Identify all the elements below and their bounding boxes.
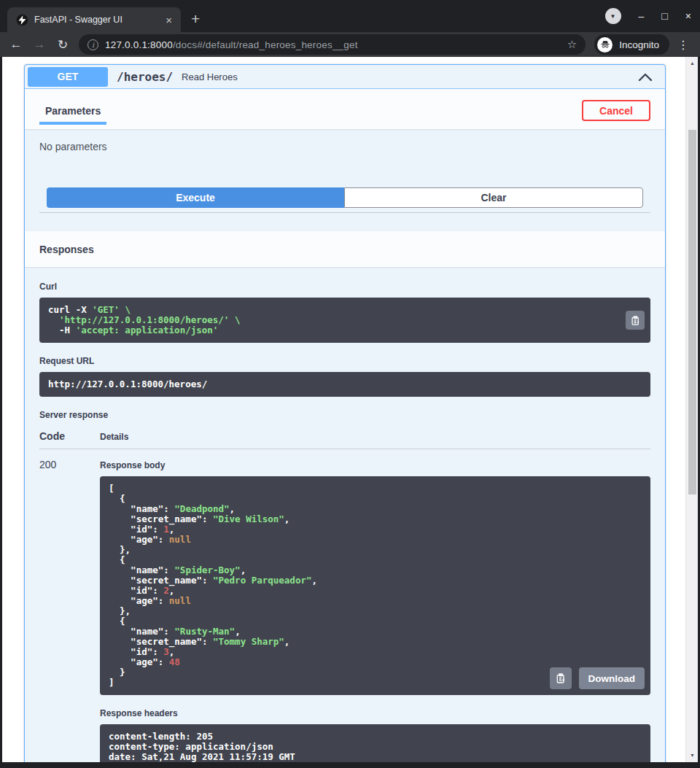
curl-code: curl -X 'GET' \ 'http://127.0.0.1:8000/h… [48, 305, 642, 335]
request-url-label: Request URL [39, 356, 650, 366]
scrollbar[interactable]: ▲ ▼ [685, 57, 698, 762]
page-content: GET /heroes/ Read Heroes Parameters Canc… [2, 57, 698, 762]
fastapi-logo-icon [16, 14, 28, 26]
close-button[interactable]: × [685, 10, 691, 22]
incognito-icon [597, 37, 612, 53]
code-column-header: Code [39, 430, 100, 442]
new-tab-button[interactable]: + [191, 10, 200, 28]
copy-response-button[interactable] [550, 667, 572, 689]
site-info-icon[interactable]: i [88, 39, 98, 50]
method-badge: GET [28, 67, 108, 87]
parameters-body: No parameters Execute Clear [25, 129, 665, 213]
incognito-label: Incognito [619, 39, 659, 50]
opblock-header[interactable]: GET /heroes/ Read Heroes [25, 65, 665, 89]
tab-bar: FastAPI - Swagger UI × + ▼ – □ × [0, 0, 700, 32]
reload-button[interactable]: ↻ [52, 37, 73, 53]
request-url-block: http://127.0.0.1:8000/heroes/ [39, 372, 650, 397]
scrollbar-thumb[interactable] [688, 130, 696, 494]
bookmark-star-icon[interactable]: ☆ [567, 38, 577, 51]
execute-button[interactable]: Execute [47, 187, 344, 208]
chevron-down-icon: ▼ [610, 13, 616, 20]
maximize-button[interactable]: □ [661, 10, 667, 22]
forward-button[interactable]: → [29, 37, 50, 52]
tab-parameters[interactable]: Parameters [39, 105, 106, 125]
operation-path: /heroes/ [117, 70, 173, 84]
response-headers-block: content-length: 205 content-type: applic… [100, 724, 650, 762]
response-headers-code: content-length: 205 content-type: applic… [109, 732, 642, 762]
clear-button[interactable]: Clear [344, 187, 643, 208]
download-button[interactable]: Download [579, 667, 645, 689]
execute-row: Execute Clear [47, 187, 643, 208]
url-path: /docs#/default/read_heroes_heroes__get [173, 39, 358, 50]
tab-search-button[interactable]: ▼ [605, 8, 621, 24]
menu-kebab-icon[interactable]: ⋮ [672, 38, 694, 52]
window-controls: ▼ – □ × [605, 0, 691, 32]
collapse-chevron-up-icon[interactable] [634, 69, 656, 85]
browser-tab[interactable]: FastAPI - Swagger UI × [7, 7, 181, 32]
responses-title: Responses [39, 244, 94, 255]
opblock-get-heroes: GET /heroes/ Read Heroes Parameters Canc… [24, 64, 666, 762]
browser-toolbar: ← → ↻ i 127.0.0.1:8000/docs#/default/rea… [0, 32, 700, 57]
status-code: 200 [39, 459, 100, 762]
cancel-button[interactable]: Cancel [582, 100, 650, 121]
tab-title: FastAPI - Swagger UI [34, 15, 155, 25]
parameters-header: Parameters Cancel [25, 89, 665, 129]
spacer [25, 213, 665, 231]
responses-inner: Curl curl -X 'GET' \ 'http://127.0.0.1:8… [25, 267, 665, 762]
url-host: 127.0.0.1:8000 [105, 39, 173, 50]
response-body-actions: Download [550, 667, 645, 689]
request-url-value: http://127.0.0.1:8000/heroes/ [48, 379, 642, 389]
response-row: 200 Response body [ { "name": "Deadpond"… [39, 449, 650, 762]
response-headers-label: Response headers [100, 708, 650, 718]
response-body-code: [ { "name": "Deadpond", "secret_name": "… [109, 484, 642, 688]
curl-block: curl -X 'GET' \ 'http://127.0.0.1:8000/h… [39, 298, 650, 343]
url-text: 127.0.0.1:8000/docs#/default/read_heroes… [105, 39, 561, 50]
minimize-button[interactable]: – [639, 10, 645, 22]
responses-header: Responses [25, 231, 665, 267]
scrollbar-down-arrow[interactable]: ▼ [686, 750, 698, 761]
browser-window: FastAPI - Swagger UI × + ▼ – □ × ← → ↻ i… [0, 0, 700, 768]
response-details: Response body [ { "name": "Deadpond", "s… [100, 459, 650, 762]
response-table-header: Code Details [39, 430, 650, 449]
url-bar[interactable]: i 127.0.0.1:8000/docs#/default/read_hero… [79, 34, 586, 55]
back-button[interactable]: ← [6, 37, 26, 52]
scrollbar-up-arrow[interactable]: ▲ [686, 58, 698, 69]
operation-summary: Read Heroes [182, 71, 238, 82]
response-body-block: [ { "name": "Deadpond", "secret_name": "… [100, 476, 650, 695]
incognito-badge: Incognito [594, 34, 669, 55]
no-parameters-text: No parameters [39, 141, 650, 152]
execute-section-divider [39, 208, 650, 213]
tab-close-icon[interactable]: × [161, 14, 176, 26]
response-body-label: Response body [100, 460, 650, 470]
copy-curl-button[interactable] [626, 311, 645, 330]
details-column-header: Details [100, 432, 128, 442]
server-response-label: Server response [39, 410, 650, 420]
curl-label: Curl [39, 282, 650, 292]
